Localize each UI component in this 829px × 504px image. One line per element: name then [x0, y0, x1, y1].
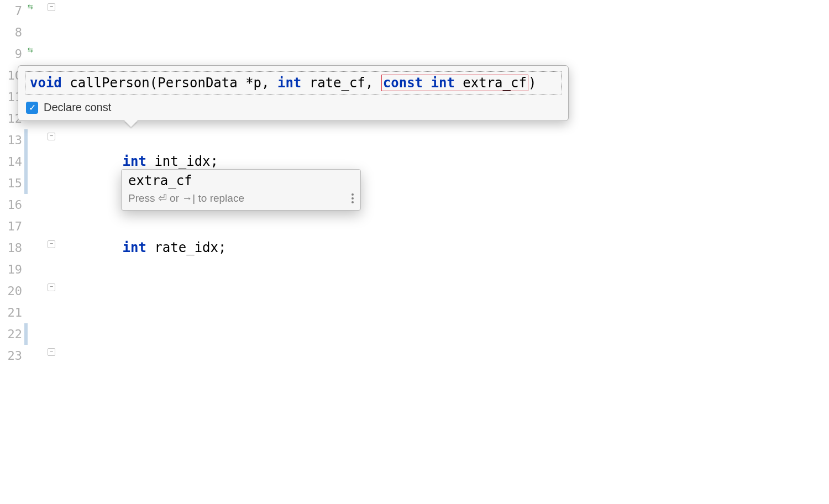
vcs-arrow-icon: ⇆ — [28, 1, 33, 12]
change-marker[interactable] — [24, 151, 28, 172]
code-line[interactable] — [57, 323, 829, 345]
signature-preview: void callPerson(PersonData *p, int rate_… — [25, 71, 562, 95]
line-number: 20 — [0, 280, 22, 302]
popup-pointer-icon — [124, 120, 138, 127]
line-number: 23 — [0, 345, 22, 366]
fold-toggle-icon[interactable]: − — [48, 133, 55, 140]
change-signature-popup[interactable]: void callPerson(PersonData *p, int rate_… — [18, 65, 569, 121]
line-number: 7 — [0, 0, 22, 22]
vcs-arrow-icon: ⇆ — [28, 44, 33, 55]
change-marker[interactable] — [24, 172, 28, 194]
checkbox-label: Declare const — [44, 101, 111, 114]
line-number: 16 — [0, 194, 22, 216]
fold-toggle-icon[interactable]: − — [48, 240, 55, 248]
line-number: 13 — [0, 129, 22, 151]
line-number: 15 — [0, 172, 22, 194]
line-number: 14 — [0, 151, 22, 172]
line-number: 21 — [0, 302, 22, 323]
new-parameter-highlight: const int extra_cf — [381, 75, 528, 91]
rename-input[interactable]: extra_cf — [122, 170, 360, 188]
code-line[interactable]: int rate_idx; — [57, 237, 829, 259]
keyword: int — [123, 154, 146, 169]
change-marker[interactable] — [24, 129, 28, 151]
more-options-icon[interactable] — [351, 193, 354, 203]
code-line[interactable] — [57, 410, 829, 431]
identifier: int_idx; — [146, 154, 218, 169]
change-marker[interactable] — [24, 323, 28, 345]
check-icon: ✓ — [29, 102, 36, 113]
line-number: 19 — [0, 259, 22, 280]
fold-toggle-icon[interactable]: − — [48, 3, 55, 11]
rename-popup[interactable]: extra_cf Press ⏎ or →| to replace — [121, 169, 361, 211]
line-number: 18 — [0, 237, 22, 259]
identifier: rate_idx; — [146, 240, 227, 255]
fold-toggle-icon[interactable]: − — [48, 284, 55, 291]
line-number: 17 — [0, 216, 22, 237]
declare-const-checkbox[interactable]: ✓ — [26, 102, 38, 114]
line-number: 8 — [0, 22, 22, 43]
code-line[interactable] — [57, 496, 829, 504]
line-number: 9 — [0, 43, 22, 65]
fold-toggle-icon[interactable]: − — [48, 348, 55, 356]
rename-hint-text: Press ⏎ or →| to replace — [128, 192, 244, 204]
line-number: 22 — [0, 323, 22, 345]
keyword: int — [123, 240, 146, 255]
